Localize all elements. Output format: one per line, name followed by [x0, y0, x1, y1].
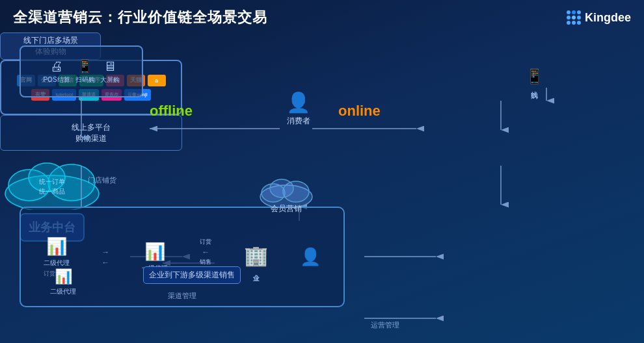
logo-icon	[567, 10, 581, 25]
consumer-icon: 👤	[286, 91, 310, 114]
enterprise-building: 🏢 企业	[244, 244, 268, 270]
pos-icon: 🖨	[50, 59, 63, 74]
qr-icon: 📱	[77, 58, 93, 74]
store-cargo-label: 门店铺货	[88, 175, 116, 185]
bigscreen-item: 🖥 大屏购	[100, 59, 120, 84]
logo: Kingdee	[567, 10, 631, 25]
qr-label: 扫码购	[75, 75, 95, 84]
agent1-icon: 📊	[144, 242, 165, 262]
agent2-icon2: 📊	[55, 268, 72, 285]
phone-icon: 📱	[526, 68, 543, 85]
amazon-logo: a	[148, 75, 166, 86]
diagram-area: 🖨 POS结算 📱 扫码购 🖥 大屏购 线下门店多场景 体验购物 offline…	[0, 32, 644, 338]
enterprise-person: 👤	[300, 247, 321, 267]
cloud-svg	[257, 172, 315, 208]
enterprise-label: 企业	[251, 269, 260, 270]
offline-channels-box: 🖨 POS结算 📱 扫码购 🖥 大屏购	[20, 45, 143, 97]
person-icon2: 👤	[300, 247, 321, 267]
offline-label: offline	[150, 103, 193, 120]
bigscreen-icon: 🖥	[103, 59, 116, 74]
online-label: online	[338, 103, 381, 120]
svg-text:统一订单: 统一订单	[39, 178, 65, 185]
building-icon: 🏢	[244, 244, 268, 267]
agent2-icon1: 📊	[46, 236, 67, 257]
platform-label: 线上多平台 购物渠道	[72, 122, 111, 144]
online-platform-box: 线上多平台 购物渠道	[0, 115, 182, 151]
agent2-label2: 二级代理	[50, 287, 76, 296]
header: 全渠道营销云：行业价值链全场景交易 Kingdee	[0, 0, 644, 32]
xian-gou-area: 📱 线购	[526, 68, 543, 88]
xian-gou-label: 线购	[530, 85, 539, 88]
channel-mgmt-label: 渠道管理	[168, 291, 196, 301]
qr-item: 📱 扫码购	[75, 58, 95, 84]
svg-text:统一商品: 统一商品	[39, 188, 65, 195]
member-label: 会员营销	[271, 203, 302, 214]
page-title: 全渠道营销云：行业价值链全场景交易	[13, 8, 267, 27]
logo-text: Kingdee	[585, 11, 631, 25]
pos-label: POS结算	[43, 75, 70, 84]
agent2-label1: 二级代理	[44, 259, 70, 268]
bigscreen-label: 大屏购	[100, 75, 120, 84]
consumer-area: 👤 消费者	[286, 91, 310, 127]
svg-point-19	[270, 179, 293, 197]
agent2-item2: 📊 二级代理	[50, 268, 76, 296]
pos-item: 🖨 POS结算	[43, 59, 70, 84]
downstream-tooltip: 企业到下游多级渠道销售	[143, 266, 241, 284]
member-marketing-area: 会员营销	[257, 172, 315, 214]
ops-mgmt-label: 运营管理	[371, 320, 399, 330]
channel-mgmt-box: 📊 二级代理 订货/销售 → ← 📊 一级代理 订货 ← 销售 → 🏢 企业 👤	[20, 207, 345, 307]
agent-arrows: → ←	[101, 248, 109, 267]
consumer-label: 消费者	[287, 116, 310, 127]
